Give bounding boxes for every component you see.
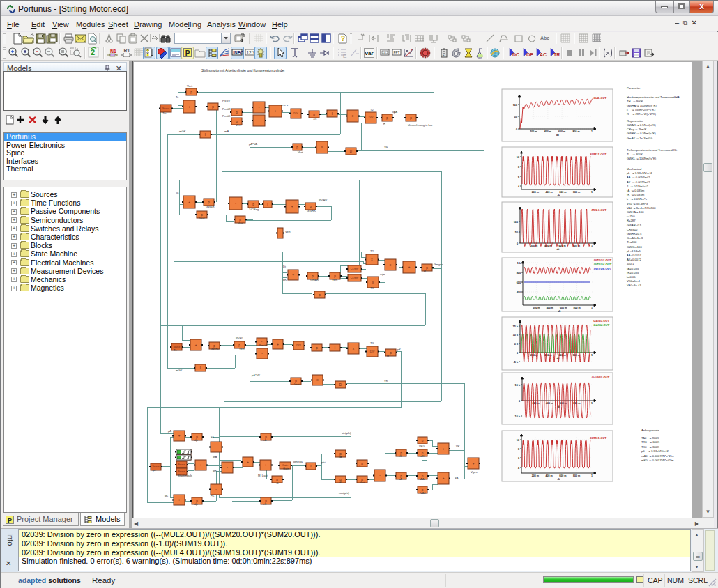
svg-text:0: 0	[516, 128, 517, 131]
svg-text:TK0 := 300K: TK0 := 300K	[641, 445, 659, 449]
svg-text:VA0: VA0	[420, 491, 426, 495]
svg-text:N1: N1	[110, 49, 116, 54]
svg-text:pK: pK	[397, 348, 401, 351]
svg-text:400 m: 400 m	[544, 130, 551, 133]
svg-text:GmAK: GmAK	[310, 278, 319, 281]
svg-text:p: p	[310, 205, 312, 208]
svg-text:800: 800	[517, 272, 521, 274]
svg-text:p: p	[316, 346, 318, 350]
svg-text:INTEG6.OUT: INTEG6.OUT	[594, 267, 612, 270]
svg-text:+: +	[291, 205, 293, 208]
svg-text:5 k: 5 k	[514, 343, 519, 346]
svg-text:Va: Va	[384, 145, 388, 148]
svg-text:-10 k: -10 k	[514, 415, 521, 418]
svg-text:GWHA = 100: GWHA = 100	[627, 210, 644, 214]
svg-text:VK: VK	[384, 379, 388, 382]
svg-text:600 m: 600 m	[558, 130, 565, 133]
svg-text:0: 0	[519, 400, 520, 403]
svg-text:+: +	[408, 265, 411, 269]
svg-text:FK: FK	[211, 494, 215, 497]
svg-text:p: p	[296, 146, 298, 149]
svg-text:400 m: 400 m	[545, 191, 552, 194]
svg-text:100: 100	[513, 104, 517, 107]
svg-text:50: 50	[515, 231, 518, 234]
svg-text:200 m: 200 m	[532, 191, 539, 194]
svg-text:p: p	[236, 111, 238, 114]
svg-text:+: +	[195, 343, 197, 347]
svg-text:200 m: 200 m	[530, 130, 537, 133]
svg-text:8: 8	[518, 166, 519, 169]
svg-text:p: p	[201, 213, 203, 217]
svg-text:400: 400	[517, 291, 521, 294]
svg-text:SUB.OUT: SUB.OUT	[593, 96, 606, 100]
svg-text:1: 1	[591, 474, 593, 477]
svg-text:GWRK=0.5: GWRK=0.5	[627, 232, 642, 235]
svg-text:Source: Source	[162, 107, 169, 110]
svg-text:+: +	[443, 477, 445, 480]
svg-text:INTEG2.OUT: INTEG2.OUT	[594, 258, 612, 262]
svg-text:dt: dt	[558, 194, 560, 197]
svg-text:-pL: -pL	[152, 468, 157, 472]
svg-text:6: 6	[518, 176, 519, 178]
svg-text:Mechanical: Mechanical	[627, 167, 641, 171]
svg-text:Anfangswerte: Anfangswerte	[641, 428, 659, 432]
svg-text:+: +	[188, 201, 190, 204]
svg-text:VK0: VK0	[419, 444, 425, 448]
svg-text:Vert.: Vert.	[238, 222, 244, 225]
svg-text:M_Last: M_Last	[258, 474, 268, 477]
svg-text:TR: TR	[553, 52, 560, 57]
svg-text:INFO: INFO	[233, 50, 243, 55]
svg-text:mGK: mGK	[179, 130, 186, 133]
svg-text:I: I	[310, 465, 311, 468]
svg-text:GWKL=100: GWKL=100	[627, 245, 642, 249]
svg-text:GAIN20.OUT: GAIN20.OUT	[592, 376, 610, 379]
svg-text:100: 100	[514, 221, 518, 224]
svg-text:p: p	[276, 478, 278, 481]
svg-text:1: 1	[591, 354, 593, 357]
svg-text:Gain: Gain	[283, 467, 290, 470]
svg-text:rK: rK	[399, 454, 402, 458]
svg-text:TK: TK	[370, 286, 374, 290]
svg-text:pL=3.53e5: pL=3.53e5	[627, 249, 641, 253]
svg-text:200 m: 200 m	[533, 307, 540, 309]
svg-text:?: ?	[341, 35, 345, 42]
svg-text:DIV: DIV	[293, 112, 298, 115]
svg-text:GWaR: GWaR	[206, 205, 214, 208]
svg-text:Ta: Ta	[176, 191, 179, 194]
svg-text:MK: MK	[213, 469, 217, 472]
svg-text:TH := 900K: TH := 900K	[627, 100, 643, 103]
svg-text:Vert.: Vert.	[236, 123, 242, 127]
svg-text:TL := 300K: TL := 300K	[627, 153, 643, 156]
svg-text:VA: VA	[455, 476, 458, 479]
svg-text:GWKL: GWKL	[211, 347, 220, 350]
svg-text:AK := 0.0072m^2: AK := 0.0072m^2	[627, 180, 650, 184]
svg-text:p: p	[386, 116, 388, 120]
svg-text:Vert.: Vert.	[294, 382, 300, 386]
svg-text:DC: DC	[512, 52, 519, 57]
svg-text:k=0.05: k=0.05	[627, 275, 636, 279]
svg-text:Vert.: Vert.	[239, 347, 245, 350]
svg-text:I: I	[335, 346, 335, 350]
svg-text:GmAK=1e-3: GmAK=1e-3	[627, 236, 643, 240]
svg-text:+: +	[247, 461, 249, 464]
svg-text:1 k: 1 k	[517, 262, 521, 265]
svg-text:SUM15.OUT: SUM15.OUT	[590, 436, 606, 440]
svg-text:cos(phi): cos(phi)	[339, 491, 349, 495]
svg-text:TL=300: TL=300	[627, 240, 637, 244]
svg-text:GWRK := 0.5Nm/(s*K): GWRK := 0.5Nm/(s*K)	[627, 132, 656, 135]
svg-text:800 m: 800 m	[573, 474, 580, 477]
svg-text:pA: pA	[168, 429, 171, 433]
svg-text:Regenerator: Regenerator	[627, 119, 643, 123]
svg-text:+: +	[473, 462, 475, 465]
svg-text:dp: dp	[194, 502, 198, 506]
svg-text:Ta: Ta	[176, 95, 179, 99]
svg-text:phi: phi	[321, 461, 326, 464]
svg-text:Source: Source	[178, 463, 185, 466]
svg-text:p: p	[252, 203, 254, 206]
svg-text:R: R	[387, 354, 389, 357]
svg-text:600 m: 600 m	[559, 191, 566, 194]
svg-text:GAIN4.OUT: GAIN4.OUT	[593, 323, 609, 327]
svg-text:I: I	[332, 112, 333, 116]
svg-text:PmüR: PmüR	[222, 107, 231, 111]
svg-text:rK := 0.035m: rK := 0.035m	[627, 193, 645, 196]
